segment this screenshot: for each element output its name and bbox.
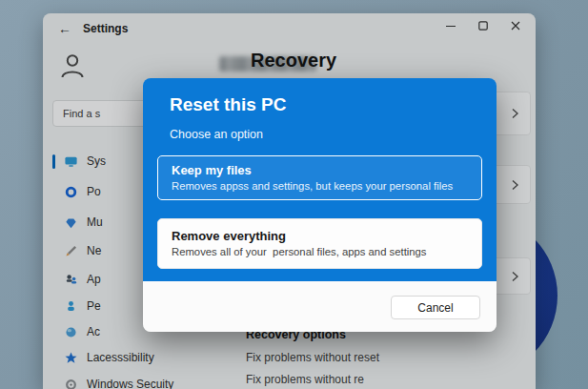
cancel-button[interactable]: Cancel: [391, 296, 480, 319]
option-keep-my-files[interactable]: Keep my files Removes appss and settings…: [157, 155, 482, 200]
option-description: Removes all of your personal files, apps…: [172, 246, 468, 257]
option-title: Remove everything: [172, 229, 468, 243]
dialog-title: Reset this PC: [170, 94, 482, 115]
dialog-footer: Cancel: [143, 281, 497, 332]
dialog-subtitle: Choose an option: [170, 128, 482, 141]
option-description: Removes appss and settings, but keeps yo…: [172, 180, 468, 192]
desktop-background: ← Settings Recovery Find a s: [0, 0, 588, 389]
option-remove-everything[interactable]: Remove everything Removes all of your pe…: [157, 218, 482, 269]
dialog-body: Reset this PC Choose an option Keep my f…: [143, 78, 497, 281]
option-title: Keep my files: [172, 163, 468, 177]
reset-pc-dialog: Reset this PC Choose an option Keep my f…: [143, 78, 497, 332]
